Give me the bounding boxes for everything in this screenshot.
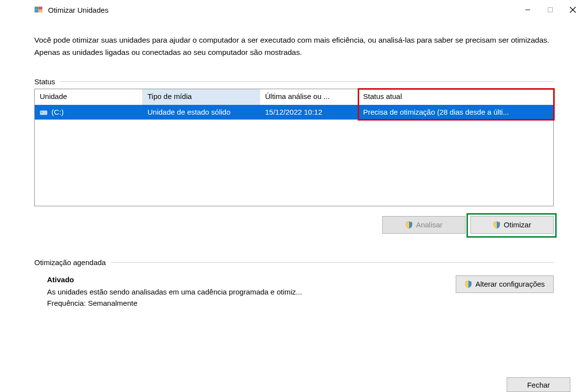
- analyze-button[interactable]: Analisar: [382, 216, 466, 234]
- status-section-label: Status: [34, 77, 554, 86]
- schedule-desc: As unidades estão sendo analisadas em um…: [47, 288, 446, 296]
- titlebar: Otimizar Unidades: [0, 0, 588, 20]
- analyze-label: Analisar: [416, 220, 442, 229]
- schedule-section-label: Otimização agendada: [34, 258, 554, 267]
- app-icon: [34, 5, 43, 14]
- optimize-drives-window: Otimizar Unidades Você pode otimizar sua…: [0, 0, 588, 392]
- drive-icon: [40, 109, 49, 116]
- action-buttons-row: Analisar Otimizar: [34, 216, 554, 234]
- schedule-section: Otimização agendada Ativado As unidades …: [34, 258, 554, 310]
- change-settings-label: Alterar configurações: [475, 280, 545, 288]
- svg-rect-2: [35, 10, 38, 12]
- schedule-frequency: Frequência: Semanalmente: [47, 299, 446, 307]
- footer-row: Fechar: [507, 372, 570, 392]
- svg-rect-5: [548, 8, 553, 12]
- svg-rect-0: [35, 7, 38, 9]
- shield-icon: [493, 221, 501, 229]
- optimize-button[interactable]: Otimizar: [470, 216, 554, 234]
- close-label: Fechar: [527, 381, 550, 389]
- drive-last-cell: 15/12/2022 10:12: [260, 106, 358, 118]
- optimize-label: Otimizar: [504, 220, 531, 229]
- drive-row[interactable]: (C:) Unidade de estado sólido 15/12/2022…: [35, 105, 553, 120]
- divider: [111, 262, 554, 263]
- column-status[interactable]: Status atual: [358, 89, 553, 105]
- close-button[interactable]: [562, 2, 584, 18]
- svg-rect-1: [39, 7, 42, 9]
- drive-name: (C:): [51, 108, 64, 116]
- drive-name-cell: (C:): [35, 106, 143, 118]
- content-area: Você pode otimizar suas unidades para aj…: [0, 20, 588, 310]
- schedule-text: Ativado As unidades estão sendo analisad…: [34, 275, 446, 310]
- divider: [60, 81, 554, 82]
- change-settings-button[interactable]: Alterar configurações: [456, 275, 554, 293]
- shield-icon: [465, 280, 472, 288]
- column-last-analysis[interactable]: Última análise ou ...: [260, 89, 358, 105]
- schedule-state: Ativado: [47, 275, 446, 284]
- close-dialog-button[interactable]: Fechar: [507, 377, 570, 392]
- minimize-button[interactable]: [516, 2, 539, 18]
- drives-header: Unidade Tipo de mídia Última análise ou …: [35, 89, 553, 105]
- drive-media-cell: Unidade de estado sólido: [143, 106, 260, 118]
- shield-icon: [405, 221, 413, 229]
- frequency-label: Frequência:: [47, 299, 86, 307]
- description-text: Você pode otimizar suas unidades para aj…: [34, 34, 554, 59]
- status-label-text: Status: [34, 77, 55, 86]
- svg-rect-9: [41, 112, 42, 113]
- frequency-value: Semanalmente: [88, 299, 137, 307]
- svg-rect-3: [39, 10, 42, 12]
- column-media[interactable]: Tipo de mídia: [143, 89, 260, 105]
- schedule-body: Ativado As unidades estão sendo analisad…: [34, 275, 554, 310]
- column-unit[interactable]: Unidade: [35, 89, 143, 105]
- schedule-label-text: Otimização agendada: [34, 258, 106, 267]
- maximize-button[interactable]: [539, 2, 562, 18]
- window-title: Otimizar Unidades: [48, 6, 516, 14]
- drive-status-cell: Precisa de otimização (28 dias desde a ú…: [358, 106, 553, 118]
- window-controls: [516, 2, 584, 18]
- drives-list[interactable]: Unidade Tipo de mídia Última análise ou …: [34, 89, 554, 206]
